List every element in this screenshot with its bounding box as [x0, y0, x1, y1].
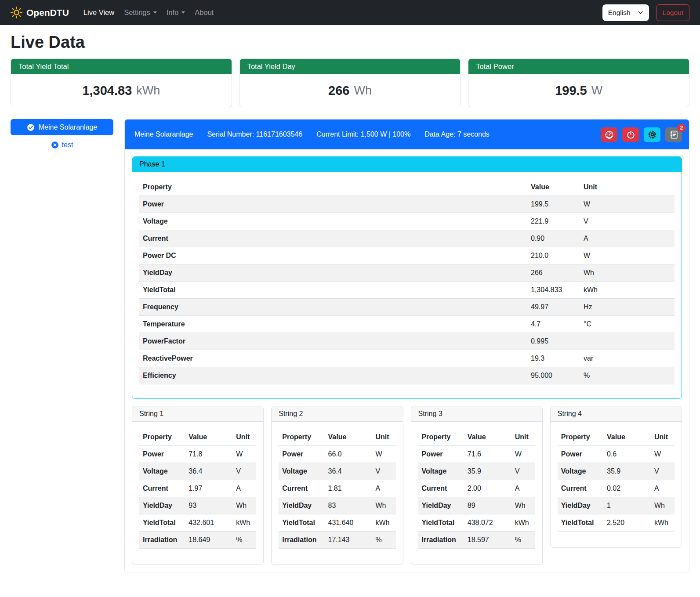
property-cell: Power DC — [139, 247, 527, 264]
string-title: String 1 — [132, 406, 263, 422]
table-row: Power71.6W — [418, 446, 535, 463]
phase-card: Phase 1 Property Value Unit Power199.5WV… — [132, 156, 682, 399]
value-cell: 0.02 — [603, 480, 651, 497]
nav-item-live-view[interactable]: Live View — [79, 5, 119, 20]
nav-item-about[interactable]: About — [190, 5, 218, 20]
firmware-info-button[interactable] — [644, 127, 660, 142]
inverter-limit: Current Limit: 1,500 W | 100% — [316, 130, 410, 138]
phase-table: Property Value Unit Power199.5WVoltage22… — [139, 179, 675, 384]
inverter-select-button[interactable]: Meine Solaranlage — [11, 119, 113, 135]
summary-card-total-power: Total Power 199.5 W — [468, 58, 689, 107]
column-header-value: Value — [185, 429, 232, 446]
value-cell: 0.995 — [527, 333, 580, 350]
value-cell: 36.4 — [325, 463, 372, 480]
property-cell: Voltage — [139, 213, 527, 230]
strings-row: String 1 Property Value Unit — [132, 406, 682, 565]
property-cell: YieldDay — [139, 497, 185, 514]
string-title: String 4 — [551, 406, 682, 422]
inverter-sidebar: Meine Solaranlage test — [11, 119, 113, 149]
summary-card-title: Total Yield Day — [240, 59, 461, 74]
column-header-property: Property — [139, 429, 185, 446]
table-row: Efficiency95.000% — [139, 367, 675, 384]
string-table-2: Property Value Unit Power66.0WVoltage36.… — [279, 429, 395, 549]
unit-cell: °C — [580, 316, 675, 333]
nav-item-settings[interactable]: Settings — [119, 5, 162, 20]
value-cell: 1.97 — [185, 480, 232, 497]
table-row: Power DC210.0W — [139, 247, 675, 264]
table-header-row: Property Value Unit — [418, 429, 535, 446]
unit-cell: kWh — [372, 514, 396, 532]
property-cell: YieldDay — [139, 264, 527, 282]
table-header-row: Property Value Unit — [279, 429, 395, 446]
value-cell: 93 — [185, 497, 232, 514]
table-row: YieldTotal1,304.833kWh — [139, 282, 675, 299]
unit-cell: V — [511, 463, 535, 480]
value-cell: 432.601 — [185, 514, 232, 532]
unit-cell: % — [580, 367, 675, 384]
limit-settings-button[interactable] — [601, 127, 617, 142]
table-row: Current1.97A — [139, 480, 256, 497]
string-table-3: Property Value Unit Power71.6WVoltage35.… — [418, 429, 535, 549]
table-row: Irradiation18.597% — [418, 532, 535, 549]
inverter-data-age: Data Age: 7 seconds — [424, 130, 490, 138]
test-inverter-link[interactable]: test — [11, 141, 113, 149]
string-title: String 2 — [272, 406, 403, 422]
table-row: YieldTotal2.520kWh — [558, 514, 675, 532]
property-cell: Voltage — [418, 463, 464, 480]
power-button[interactable] — [622, 127, 639, 142]
property-cell: YieldDay — [418, 497, 464, 514]
summary-card-title: Total Power — [468, 59, 689, 74]
value-cell: 89 — [464, 497, 511, 514]
unit-cell: W — [511, 446, 535, 463]
power-icon — [626, 130, 635, 139]
table-row: Current0.02A — [558, 480, 675, 497]
value-cell: 36.4 — [185, 463, 232, 480]
property-cell: Power — [279, 446, 324, 463]
value-cell: 2.00 — [464, 480, 511, 497]
test-inverter-label: test — [62, 141, 73, 149]
event-log-button[interactable]: 2 — [665, 127, 682, 142]
value-cell: 1,304.833 — [527, 282, 580, 299]
column-header-property: Property — [279, 429, 324, 446]
logout-button[interactable]: Logout — [656, 4, 689, 21]
string-title: String 3 — [411, 406, 542, 422]
language-select[interactable]: English — [602, 4, 649, 21]
property-cell: Voltage — [139, 463, 185, 480]
property-cell: Current — [558, 480, 603, 497]
table-row: Irradiation17.143% — [279, 532, 395, 549]
unit-cell: % — [372, 532, 396, 549]
sun-icon — [11, 7, 22, 18]
property-cell: Frequency — [139, 299, 527, 316]
value-cell: 1.81 — [325, 480, 372, 497]
nav-item-info[interactable]: Info — [162, 5, 190, 20]
unit-cell: Wh — [372, 497, 396, 514]
value-cell: 18.597 — [464, 532, 511, 549]
column-header-value: Value — [603, 429, 651, 446]
unit-cell: A — [372, 480, 396, 497]
table-row: Voltage36.4V — [279, 463, 395, 480]
table-row: Power71.8W — [139, 446, 256, 463]
value-cell: 0.6 — [603, 446, 651, 463]
inverter-actions: 2 — [601, 127, 682, 142]
summary-card-value: 199.5 — [555, 83, 587, 98]
string-card-1: String 1 Property Value Unit — [132, 406, 264, 565]
unit-cell: kWh — [232, 514, 256, 532]
table-row: YieldDay93Wh — [139, 497, 256, 514]
table-row: YieldDay266Wh — [139, 264, 675, 282]
unit-cell: % — [232, 532, 256, 549]
property-cell: Current — [139, 230, 527, 247]
column-header-unit: Unit — [511, 429, 535, 446]
table-row: Power66.0W — [279, 446, 395, 463]
brand[interactable]: OpenDTU — [11, 7, 69, 18]
summary-row: Total Yield Total 1,304.83 kWh Total Yie… — [11, 58, 689, 107]
table-row: Current2.00A — [418, 480, 535, 497]
summary-card-unit: W — [591, 84, 602, 98]
property-cell: YieldTotal — [279, 514, 324, 532]
summary-card-value: 1,304.83 — [82, 83, 132, 98]
unit-cell: % — [511, 532, 535, 549]
table-row: Current1.81A — [279, 480, 395, 497]
property-cell: Irradiation — [279, 532, 324, 549]
value-cell: 438.072 — [464, 514, 511, 532]
string-card-4: String 4 Property Value Unit — [550, 406, 682, 548]
column-header-unit: Unit — [232, 429, 256, 446]
